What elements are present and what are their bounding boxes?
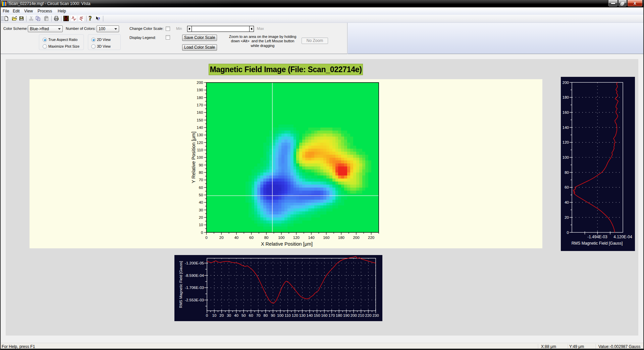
svg-text:0: 0 — [205, 236, 207, 240]
svg-text:140: 140 — [308, 236, 314, 240]
svg-text:180: 180 — [562, 95, 569, 99]
svg-text:Y Relative Position [μm]: Y Relative Position [μm] — [191, 132, 196, 183]
svg-text:-2.553E-03: -2.553E-03 — [185, 298, 204, 302]
svg-text:40: 40 — [234, 313, 238, 317]
svg-text:60: 60 — [565, 185, 569, 189]
svg-text:60: 60 — [249, 313, 253, 317]
svg-text:160: 160 — [323, 236, 329, 240]
svg-text:10: 10 — [212, 313, 216, 317]
svg-text:140: 140 — [197, 126, 203, 130]
svg-text:80: 80 — [264, 236, 269, 240]
svg-text:180: 180 — [338, 236, 344, 240]
svg-text:20: 20 — [199, 215, 203, 219]
svg-text:200: 200 — [562, 81, 569, 85]
svg-text:-8.590E-04: -8.590E-04 — [185, 273, 204, 278]
svg-text:180: 180 — [336, 313, 342, 317]
svg-text:70: 70 — [199, 178, 203, 182]
svg-text:200: 200 — [351, 313, 357, 317]
svg-text:100: 100 — [278, 236, 284, 240]
svg-text:120: 120 — [562, 140, 569, 144]
svg-text:80: 80 — [264, 313, 268, 317]
svg-text:40: 40 — [199, 200, 203, 204]
svg-text:110: 110 — [197, 148, 203, 152]
svg-text:100: 100 — [277, 313, 283, 317]
svg-text:150: 150 — [314, 313, 320, 317]
svg-text:4.120E-04: 4.120E-04 — [613, 235, 632, 239]
svg-text:30: 30 — [199, 208, 203, 212]
svg-text:20: 20 — [565, 215, 569, 219]
svg-text:X Relative Position [μm]: X Relative Position [μm] — [261, 241, 313, 247]
svg-text:110: 110 — [284, 313, 290, 317]
svg-text:130: 130 — [299, 313, 306, 317]
svg-text:60: 60 — [249, 236, 254, 240]
svg-text:-1.200E-05: -1.200E-05 — [185, 261, 204, 265]
svg-text:50: 50 — [241, 313, 246, 317]
svg-text:190: 190 — [343, 313, 350, 317]
svg-text:230: 230 — [372, 313, 379, 317]
svg-text:-1.494E-03: -1.494E-03 — [587, 235, 607, 239]
svg-text:200: 200 — [353, 236, 359, 240]
svg-text:220: 220 — [365, 313, 372, 317]
svg-text:20: 20 — [219, 236, 224, 240]
svg-text:180: 180 — [197, 96, 203, 100]
svg-text:170: 170 — [197, 103, 203, 107]
svg-text:50: 50 — [199, 193, 203, 197]
svg-text:100: 100 — [562, 155, 569, 159]
svg-text:220: 220 — [368, 236, 374, 240]
svg-text:0: 0 — [201, 231, 203, 235]
svg-text:?: ? — [89, 16, 92, 21]
svg-text:20: 20 — [219, 313, 224, 317]
svg-text:70: 70 — [256, 313, 261, 317]
svg-text:0: 0 — [206, 313, 208, 317]
svg-text:200: 200 — [197, 81, 203, 85]
svg-text:120: 120 — [197, 141, 203, 145]
svg-text:30: 30 — [227, 313, 231, 317]
svg-text:140: 140 — [307, 313, 313, 317]
svg-text:160: 160 — [197, 110, 203, 114]
svg-text:-1.706E-03: -1.706E-03 — [185, 286, 204, 290]
svg-text:210: 210 — [358, 313, 364, 317]
svg-text:130: 130 — [197, 133, 203, 137]
svg-text:120: 120 — [293, 236, 300, 240]
svg-text:170: 170 — [328, 313, 335, 317]
svg-text:160: 160 — [321, 313, 327, 317]
svg-text:10: 10 — [199, 223, 203, 227]
svg-text:0: 0 — [567, 231, 569, 235]
svg-text:40: 40 — [234, 236, 238, 240]
svg-text:90: 90 — [271, 313, 275, 317]
svg-text:80: 80 — [199, 170, 203, 174]
svg-text:90: 90 — [199, 163, 203, 167]
svg-text:80: 80 — [565, 170, 569, 174]
svg-text:160: 160 — [562, 110, 569, 114]
svg-text:RMS Magnetic Field [Gauss]: RMS Magnetic Field [Gauss] — [572, 241, 623, 246]
svg-text:RMS Magnetic Field [Gauss]: RMS Magnetic Field [Gauss] — [179, 261, 183, 308]
svg-text:140: 140 — [562, 126, 569, 130]
svg-text:150: 150 — [197, 118, 203, 122]
svg-text:120: 120 — [292, 313, 298, 317]
svg-text:100: 100 — [197, 155, 203, 159]
svg-text:60: 60 — [199, 186, 203, 190]
svg-text:40: 40 — [565, 200, 569, 204]
svg-text:190: 190 — [197, 88, 203, 92]
